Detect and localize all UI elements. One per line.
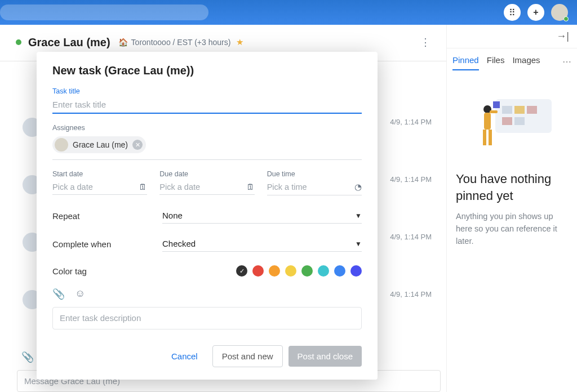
svg-rect-8	[484, 113, 491, 130]
remove-assignee-icon[interactable]: ✕	[132, 140, 143, 150]
color-tag-picker: ✓	[236, 265, 362, 277]
collapse-icon[interactable]: →|	[552, 30, 574, 42]
svg-rect-6	[493, 101, 500, 108]
svg-rect-1	[502, 106, 512, 114]
assignee-chip: Grace Lau (me) ✕	[52, 136, 146, 153]
complete-when-value: Checked	[162, 239, 196, 248]
svg-rect-10	[489, 130, 492, 145]
dialpad-icon[interactable]: ⠿	[504, 4, 521, 21]
assignee-chip-label: Grace Lau (me)	[73, 140, 128, 149]
avatar[interactable]	[551, 4, 568, 21]
svg-rect-9	[483, 130, 486, 145]
complete-when-select[interactable]: Checked ▼	[162, 236, 362, 252]
post-and-new-button[interactable]: Post and new	[212, 345, 283, 367]
search-input[interactable]	[0, 5, 208, 20]
post-and-close-button[interactable]: Post and close	[288, 346, 362, 367]
svg-rect-0	[495, 99, 552, 133]
color-tag-label: Color tag	[52, 266, 87, 276]
right-panel: →| Pinned Files Images ⋯	[446, 25, 577, 392]
color-dot-green[interactable]	[301, 265, 313, 277]
start-date-label: Start date	[52, 170, 147, 178]
chevron-down-icon: ▼	[355, 212, 362, 220]
color-dot-teal[interactable]	[318, 265, 329, 277]
pinned-empty-title: You have nothing pinned yet	[456, 171, 568, 204]
svg-rect-4	[502, 117, 512, 125]
task-title-input[interactable]	[52, 96, 362, 114]
due-time-placeholder: Pick a time	[267, 182, 307, 191]
tab-images[interactable]: Images	[512, 53, 540, 69]
timestamp: 4/9, 1:14 PM	[390, 118, 435, 126]
color-dot-orange[interactable]	[269, 265, 280, 277]
side-more-icon[interactable]: ⋯	[562, 56, 571, 67]
new-task-modal: New task (Grace Lau (me)) Task title Ass…	[37, 52, 378, 380]
color-dot-blue[interactable]	[334, 265, 345, 277]
side-tabs: Pinned Files Images ⋯	[447, 48, 577, 70]
home-icon: 🏠	[118, 38, 128, 47]
color-dot-yellow[interactable]	[285, 265, 296, 277]
presence-indicator	[16, 39, 21, 45]
location-label: Torontoooo / EST (+3 hours)	[131, 38, 231, 47]
emoji-icon[interactable]: ☺	[75, 288, 85, 300]
calendar-icon: 🗓	[246, 182, 255, 191]
add-icon[interactable]: +	[527, 4, 544, 21]
complete-when-label: Complete when	[52, 239, 162, 249]
assignees-label: Assignees	[52, 124, 362, 132]
top-bar: ⠿ +	[0, 0, 577, 25]
svg-rect-11	[490, 110, 498, 113]
pinned-empty-subtitle: Anything you pin shows up here so you ca…	[456, 211, 568, 247]
pinned-illustration	[456, 86, 568, 159]
timestamp: 4/9, 1:14 PM	[390, 233, 435, 241]
cancel-button[interactable]: Cancel	[162, 346, 207, 367]
repeat-label: Repeat	[52, 211, 162, 221]
color-dot-indigo[interactable]	[350, 265, 362, 277]
attach-icon[interactable]: 📎	[52, 288, 65, 300]
avatar	[55, 138, 68, 152]
pinned-empty-state: You have nothing pinned yet Anything you…	[447, 70, 577, 264]
timestamp: 4/9, 1:14 PM	[390, 290, 435, 299]
calendar-icon: 🗓	[139, 182, 147, 191]
start-date-placeholder: Pick a date	[52, 182, 93, 191]
svg-rect-3	[527, 106, 537, 114]
conversation-title: Grace Lau (me)	[28, 36, 110, 49]
tab-files[interactable]: Files	[487, 53, 505, 69]
more-menu-icon[interactable]: ⋮	[416, 34, 435, 51]
color-dot-red[interactable]	[252, 265, 264, 277]
location-text: 🏠 Torontoooo / EST (+3 hours)	[118, 38, 231, 47]
start-date-input[interactable]: Pick a date 🗓	[52, 179, 147, 195]
repeat-value: None	[162, 211, 183, 220]
clock-icon: ◔	[354, 182, 362, 192]
due-date-input[interactable]: Pick a date 🗓	[159, 179, 254, 195]
color-dot-black[interactable]: ✓	[236, 265, 247, 277]
svg-rect-2	[514, 106, 525, 114]
due-date-label: Due date	[159, 170, 254, 178]
chevron-down-icon: ▼	[355, 240, 362, 248]
repeat-select[interactable]: None ▼	[162, 208, 362, 224]
due-time-input[interactable]: Pick a time ◔	[267, 179, 362, 195]
due-date-placeholder: Pick a date	[159, 182, 200, 191]
star-icon[interactable]: ★	[236, 37, 243, 47]
task-description-input[interactable]: Enter task description	[52, 307, 362, 329]
modal-title: New task (Grace Lau (me))	[52, 64, 362, 77]
attach-icon[interactable]: 📎	[21, 351, 34, 363]
due-time-label: Due time	[267, 170, 362, 178]
timestamp: 4/9, 1:14 PM	[390, 175, 435, 184]
task-title-label: Task title	[52, 87, 362, 95]
svg-rect-5	[514, 117, 525, 125]
tab-pinned[interactable]: Pinned	[452, 53, 479, 70]
